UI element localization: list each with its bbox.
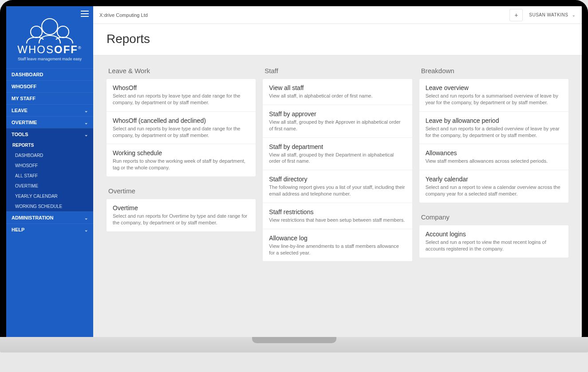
report-yearly-calendar[interactable]: Yearly calendarSelect and run a report t… — [419, 170, 568, 203]
nav-leave[interactable]: LEAVE⌄ — [6, 104, 93, 116]
svg-point-0 — [42, 19, 58, 35]
menu-toggle-icon[interactable] — [81, 11, 89, 17]
column-middle: Staff View all staffView all staff, in a… — [263, 64, 412, 269]
group-leave-work: WhosOffSelect and run reports by leave t… — [107, 79, 256, 176]
section-staff-title: Staff — [263, 64, 412, 79]
brand-tagline: Staff leave management made easy — [11, 57, 89, 61]
report-allowance-log[interactable]: Allowance logView line-by-line amendment… — [263, 229, 412, 262]
brand-text: WHOSOFF® — [11, 43, 89, 56]
topbar: X:drive Computing Ltd + SUSAN WATKINS⌄ — [93, 6, 582, 24]
nav-dashboard[interactable]: DASHBOARD — [6, 68, 93, 80]
column-left: Leave & Work WhosOffSelect and run repor… — [107, 64, 256, 239]
chevron-down-icon: ⌄ — [84, 215, 88, 220]
page-header: Reports — [93, 24, 582, 55]
chevron-down-icon: ⌄ — [84, 227, 88, 232]
report-staff-by-department[interactable]: Staff by departmentView all staff, group… — [263, 138, 412, 171]
chevron-down-icon: ⌄ — [84, 120, 88, 125]
subnav-allstaff[interactable]: ALL STAFF — [6, 171, 93, 181]
add-button[interactable]: + — [509, 9, 523, 21]
chevron-down-icon: ⌄ — [84, 108, 88, 113]
report-whosoff-cancelled[interactable]: WhosOff (cancelled and declined)Select a… — [107, 112, 256, 145]
app-window: WHOSOFF® Staff leave management made eas… — [6, 6, 582, 337]
device-screen: WHOSOFF® Staff leave management made eas… — [0, 0, 588, 337]
report-allowances[interactable]: AllowancesView staff members allowances … — [419, 144, 568, 170]
nav-help[interactable]: HELP⌄ — [6, 223, 93, 235]
device-base — [0, 337, 588, 352]
section-leave-work-title: Leave & Work — [107, 64, 256, 79]
group-staff: View all staffView all staff, in alphabe… — [263, 79, 412, 261]
svg-point-2 — [57, 26, 69, 38]
chevron-down-icon: ⌄ — [572, 13, 576, 17]
plus-icon: + — [514, 12, 518, 19]
subnav-whosoff[interactable]: WHOSOFF — [6, 161, 93, 171]
people-icon — [23, 17, 76, 43]
nav-administration[interactable]: ADMINISTRATION⌄ — [6, 211, 93, 223]
report-whosoff[interactable]: WhosOffSelect and run reports by leave t… — [107, 79, 256, 112]
group-overtime: OvertimeSelect and run reports for Overt… — [107, 199, 256, 231]
report-leave-overview[interactable]: Leave overviewSelect and run reports for… — [419, 79, 568, 112]
report-staff-by-approver[interactable]: Staff by approverView all staff, grouped… — [263, 105, 412, 138]
report-account-logins[interactable]: Account loginsSelect and run a report to… — [419, 225, 568, 258]
group-company: Account loginsSelect and run a report to… — [419, 225, 568, 258]
report-staff-directory[interactable]: Staff directoryThe following report give… — [263, 170, 412, 203]
logo: WHOSOFF® Staff leave management made eas… — [6, 17, 93, 68]
subnav-yearly[interactable]: YEARLY CALENDAR — [6, 191, 93, 201]
main-area: X:drive Computing Ltd + SUSAN WATKINS⌄ R… — [93, 6, 582, 337]
subnav-reports[interactable]: REPORTS — [6, 140, 93, 150]
sidebar: WHOSOFF® Staff leave management made eas… — [6, 6, 93, 337]
group-breakdown: Leave overviewSelect and run reports for… — [419, 79, 568, 203]
nav-tools[interactable]: TOOLS⌄ — [6, 128, 93, 140]
report-view-all-staff[interactable]: View all staffView all staff, in alphabe… — [263, 79, 412, 105]
main-nav: DASHBOARD WHOSOFF MY STAFF LEAVE⌄ OVERTI… — [6, 68, 93, 235]
chevron-down-icon: ⌄ — [84, 132, 88, 137]
nav-whosoff[interactable]: WHOSOFF — [6, 80, 93, 92]
report-working-schedule[interactable]: Working scheduleRun reports to show the … — [107, 144, 256, 176]
section-company-title: Company — [419, 211, 568, 225]
section-overtime-title: Overtime — [107, 184, 256, 199]
subnav-dashboard[interactable]: DASHBOARD — [6, 150, 93, 161]
section-breakdown-title: Breakdown — [419, 64, 568, 79]
column-right: Breakdown Leave overviewSelect and run r… — [419, 64, 568, 266]
nav-tools-submenu: REPORTS DASHBOARD WHOSOFF ALL STAFF OVER… — [6, 140, 93, 211]
nav-overtime[interactable]: OVERTIME⌄ — [6, 116, 93, 128]
device-frame: WHOSOFF® Staff leave management made eas… — [0, 0, 588, 352]
nav-mystaff[interactable]: MY STAFF — [6, 92, 93, 104]
page-title: Reports — [107, 32, 568, 46]
subnav-working[interactable]: WORKING SCHEDULE — [6, 201, 93, 211]
report-leave-by-period[interactable]: Leave by allowance periodSelect and run … — [419, 112, 568, 145]
svg-point-1 — [31, 26, 42, 38]
reports-grid: Leave & Work WhosOffSelect and run repor… — [93, 55, 582, 278]
company-name: X:drive Computing Ltd — [99, 12, 509, 18]
report-staff-restrictions[interactable]: Staff restrictionsView restrictions that… — [263, 203, 412, 229]
subnav-overtime[interactable]: OVERTIME — [6, 181, 93, 191]
user-menu[interactable]: SUSAN WATKINS⌄ — [529, 12, 576, 17]
report-overtime[interactable]: OvertimeSelect and run reports for Overt… — [107, 199, 256, 231]
